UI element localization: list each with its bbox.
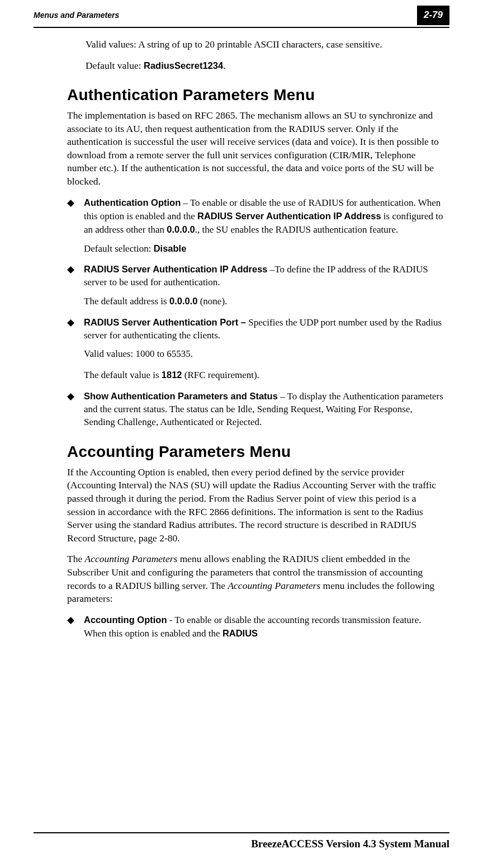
default-value-text: Default value: RadiusSecret1234.: [86, 59, 444, 73]
acct-menu-text: The Accounting Parameters menu allows en…: [67, 553, 444, 606]
valid-values-text: Valid values: A string of up to 20 print…: [86, 38, 444, 51]
header-section-title: Menus and Parameters: [34, 10, 119, 21]
radius-port-default: The default value is 1812 (RFC requireme…: [84, 369, 444, 382]
list-item: Show Authentication Parameters and Statu…: [67, 390, 444, 429]
list-item: Authentication Option – To enable or dis…: [67, 196, 444, 256]
list-item: Accounting Option - To enable or disable…: [67, 614, 444, 640]
auth-option-bold3: 0.0.0.0: [167, 224, 195, 234]
content-area: Valid values: A string of up to 20 print…: [0, 28, 483, 640]
radius-port-default-post: (RFC requirement).: [182, 370, 259, 380]
page: Menus and Parameters 2-79 Valid values: …: [0, 0, 483, 868]
footer-text: BreezeACCESS Version 4.3 System Manual: [34, 837, 449, 851]
heading-acct-params: Accounting Parameters Menu: [67, 441, 444, 463]
radius-ip-default: The default address is 0.0.0.0 (none).: [84, 295, 444, 308]
auth-option-bold2: RADIUS Server Authentication IP Address: [197, 211, 381, 221]
acct-option-bold2: RADIUS: [222, 628, 258, 638]
header-page-number: 2-79: [417, 6, 449, 25]
heading-auth-params: Authentication Parameters Menu: [67, 84, 444, 106]
auth-option-text3: ., the SU enables the RADIUS authenticat…: [195, 224, 399, 235]
radius-port-title: RADIUS Server Authentication Port –: [84, 317, 246, 327]
list-item: RADIUS Server Authentication IP Address …: [67, 263, 444, 308]
auth-default-pre: Default selection:: [84, 243, 154, 254]
page-footer: BreezeACCESS Version 4.3 System Manual: [34, 832, 449, 851]
radius-ip-default-pre: The default address is: [84, 296, 169, 306]
auth-default-val: Disable: [154, 243, 187, 253]
auth-option-default: Default selection: Disable: [84, 242, 444, 256]
acct-menu-pre: The: [67, 553, 85, 564]
radius-port-default-val: 1812: [162, 370, 182, 380]
acct-option-title: Accounting Option: [84, 615, 167, 625]
default-value-val: RadiusSecret1234: [144, 60, 223, 70]
acct-intro-text: If the Accounting Option is enabled, the…: [67, 466, 444, 545]
auth-param-list: Authentication Option – To enable or dis…: [67, 196, 444, 429]
acct-menu-i1: Accounting Parameters: [85, 553, 178, 564]
auth-option-title: Authentication Option: [84, 197, 181, 207]
auth-intro-text: The implementation is based on RFC 2865.…: [67, 109, 444, 188]
radius-ip-title: RADIUS Server Authentication IP Address: [84, 264, 268, 274]
default-value-post: .: [223, 60, 225, 71]
acct-menu-i2: Accounting Parameters: [228, 580, 320, 591]
footer-rule: [34, 832, 449, 833]
page-header: Menus and Parameters 2-79: [0, 0, 483, 25]
radius-port-valid: Valid values: 1000 to 65535.: [84, 348, 444, 361]
show-auth-title: Show Authentication Parameters and Statu…: [84, 391, 278, 401]
radius-ip-default-val: 0.0.0.0: [169, 296, 197, 306]
default-value-label: Default value:: [86, 60, 144, 71]
radius-port-default-pre: The default value is: [84, 370, 162, 380]
acct-param-list: Accounting Option - To enable or disable…: [67, 614, 444, 640]
radius-ip-default-post: (none).: [197, 296, 227, 306]
list-item: RADIUS Server Authentication Port – Spec…: [67, 316, 444, 382]
